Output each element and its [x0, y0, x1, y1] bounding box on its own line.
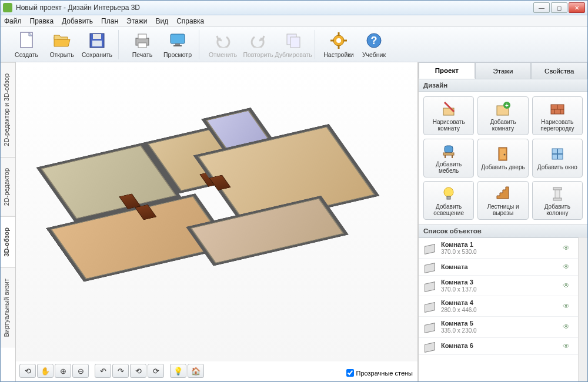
stairs-button[interactable]: Лестницы и вырезы	[477, 181, 528, 220]
tab-3d-view[interactable]: 3D-обзор	[1, 216, 15, 267]
side-tabs: 2D-редактор и 3D-обзор 2D-редактор 3D-об…	[1, 62, 16, 381]
window-controls: — ◻ ✕	[533, 2, 585, 13]
duplicate-button[interactable]: Дублировать	[277, 30, 310, 59]
add-column-button[interactable]: Добавить колонну	[532, 181, 583, 220]
print-button[interactable]: Печать	[126, 30, 159, 59]
undo-button[interactable]: Отменить	[206, 30, 239, 59]
tab-virtual-visit[interactable]: Виртуальный визит	[1, 267, 15, 348]
svg-rect-43	[553, 198, 562, 200]
cube-icon	[423, 243, 436, 253]
design-tools: Нарисовать комнату +Добавить комнату Нар…	[419, 92, 587, 224]
menu-add[interactable]: Добавить	[62, 17, 93, 25]
svg-rect-2	[93, 34, 101, 39]
redo-button[interactable]: Повторить	[242, 30, 275, 59]
preview-button[interactable]: Просмотр	[161, 30, 194, 59]
rotate-cw-button[interactable]: ⟳	[148, 364, 164, 378]
menu-edit[interactable]: Правка	[30, 17, 54, 25]
printer-icon	[133, 31, 152, 50]
3d-viewport[interactable]	[16, 62, 417, 361]
list-item[interactable]: Комната 3370.0 x 137.0👁	[419, 276, 578, 296]
home-view-button[interactable]: 🏠	[188, 364, 204, 378]
visibility-icon[interactable]: 👁	[563, 282, 573, 290]
svg-rect-41	[555, 189, 560, 199]
tab-project[interactable]: Проект	[419, 62, 475, 79]
draw-room-button[interactable]: Нарисовать комнату	[423, 96, 474, 135]
tutorial-button[interactable]: ? Учебник	[358, 30, 390, 59]
svg-text:?: ?	[371, 35, 377, 46]
floppy-icon	[88, 31, 106, 50]
cube-icon	[423, 262, 436, 272]
svg-point-35	[504, 154, 506, 156]
close-button[interactable]: ✕	[569, 2, 585, 13]
pan-button[interactable]: ✋	[37, 364, 54, 378]
draw-wall-button[interactable]: Нарисовать перегородку	[532, 96, 583, 135]
settings-button[interactable]: Настройки	[322, 30, 355, 59]
list-item[interactable]: Комната 4280.0 x 446.0👁	[419, 296, 578, 317]
menu-file[interactable]: Файл	[4, 17, 22, 25]
add-lighting-button[interactable]: Добавить освещение	[423, 181, 474, 220]
add-window-button[interactable]: Добавить окно	[532, 139, 583, 177]
rotate-ccw-button[interactable]: ⟲	[130, 364, 146, 378]
app-icon	[3, 3, 12, 12]
tab-properties[interactable]: Свойства	[531, 62, 587, 79]
list-item[interactable]: Комната👁	[419, 259, 578, 276]
tab-2d3d-combo[interactable]: 2D-редактор и 3D-обзор	[1, 62, 15, 157]
viewport-area: ⟲ ✋ ⊕ ⊖ ↶ ↷ ⟲ ⟳ 💡 🏠 Прозрачные стены	[16, 62, 418, 381]
right-panel-tabs: Проект Этажи Свойства	[419, 62, 587, 79]
menu-help[interactable]: Справка	[176, 17, 204, 25]
visibility-icon[interactable]: 👁	[563, 244, 573, 252]
design-header: Дизайн	[419, 79, 587, 92]
help-icon: ?	[365, 31, 383, 50]
viewport-toolbar: ⟲ ✋ ⊕ ⊖ ↶ ↷ ⟲ ⟳ 💡 🏠	[19, 363, 204, 379]
add-door-button[interactable]: Добавить дверь	[477, 139, 528, 177]
scrollbar[interactable]	[578, 237, 587, 381]
stairs-icon	[495, 185, 511, 202]
app-window: Новый проект - Дизайн Интерьера 3D — ◻ ✕…	[0, 0, 588, 382]
maximize-button[interactable]: ◻	[551, 2, 567, 13]
cube-icon	[423, 280, 436, 291]
rotate-left-button[interactable]: ↶	[95, 364, 111, 378]
objects-header: Список объектов	[419, 224, 587, 237]
list-item[interactable]: Комната 1370.0 x 530.0👁	[419, 238, 578, 259]
titlebar: Новый проект - Дизайн Интерьера 3D — ◻ ✕	[1, 1, 587, 15]
list-item[interactable]: Комната 6👁	[419, 338, 578, 355]
menu-floors[interactable]: Этажи	[126, 17, 147, 25]
minimize-button[interactable]: —	[533, 2, 550, 13]
visibility-icon[interactable]: 👁	[563, 263, 573, 271]
list-item[interactable]: Комната 5335.0 x 230.0👁	[419, 317, 578, 337]
main-area: 2D-редактор и 3D-обзор 2D-редактор 3D-об…	[1, 62, 587, 381]
bulb-icon	[440, 185, 457, 202]
svg-rect-40	[447, 196, 450, 199]
tab-floors[interactable]: Этажи	[475, 62, 532, 79]
zoom-in-button[interactable]: ⊕	[55, 364, 71, 378]
pencil-room-icon	[440, 100, 457, 117]
menu-view[interactable]: Вид	[155, 17, 168, 25]
svg-rect-9	[173, 45, 182, 46]
menu-plan[interactable]: План	[101, 17, 118, 25]
add-room-icon: +	[495, 100, 511, 117]
tab-2d-editor[interactable]: 2D-редактор	[1, 157, 15, 216]
open-button[interactable]: Открыть	[45, 30, 78, 59]
svg-rect-6	[138, 43, 146, 48]
transparent-walls-checkbox[interactable]: Прозрачные стены	[346, 369, 413, 377]
rotate-right-button[interactable]: ↷	[112, 364, 129, 378]
add-room-button[interactable]: +Добавить комнату	[477, 96, 528, 135]
add-furniture-button[interactable]: Добавить мебель	[423, 139, 474, 177]
create-button[interactable]: Создать	[10, 30, 43, 59]
transparent-walls-input[interactable]	[346, 369, 354, 377]
svg-rect-5	[138, 34, 146, 39]
door-icon	[495, 146, 511, 162]
zoom-out-button[interactable]: ⊖	[72, 364, 89, 378]
save-button[interactable]: Сохранить	[81, 30, 113, 59]
file-new-icon	[17, 31, 36, 50]
brick-wall-icon	[549, 100, 566, 117]
lighting-button[interactable]: 💡	[170, 364, 186, 378]
object-list[interactable]: Комната 1370.0 x 530.0👁 Комната👁 Комната…	[419, 237, 578, 381]
cube-icon	[423, 321, 436, 332]
visibility-icon[interactable]: 👁	[563, 302, 573, 310]
visibility-icon[interactable]: 👁	[563, 323, 573, 331]
svg-text:+: +	[506, 102, 509, 109]
visibility-icon[interactable]: 👁	[563, 342, 573, 350]
svg-rect-30	[443, 153, 454, 155]
orbit-button[interactable]: ⟲	[19, 364, 36, 378]
